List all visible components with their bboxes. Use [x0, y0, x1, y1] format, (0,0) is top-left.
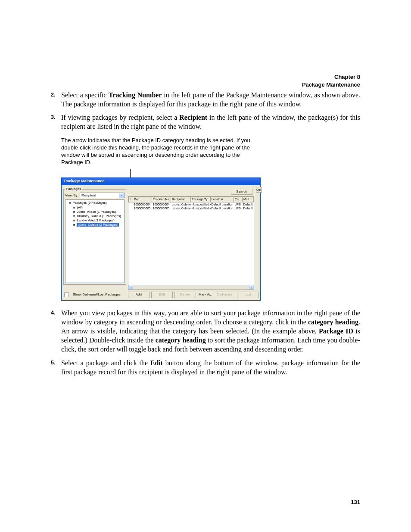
screenshot-window: Package Maintenance Packages View By: Re… — [61, 177, 261, 301]
chevron-down-icon[interactable]: ▾ — [119, 193, 124, 198]
step-number: 5. — [51, 359, 55, 367]
callout-pointer — [130, 169, 204, 177]
show-delivered-checkbox[interactable] — [64, 292, 69, 297]
step-number: 3. — [51, 114, 55, 121]
step-number: 4. — [51, 309, 55, 317]
col-package-id[interactable]: Pac... — [133, 197, 152, 202]
scroll-right-icon[interactable]: ▸ — [249, 285, 254, 289]
edit-button[interactable]: Edit — [151, 292, 173, 298]
step-2: 2. Select a specific Tracking Number in … — [51, 90, 360, 109]
markas-label: Mark As: — [199, 292, 212, 297]
col-location[interactable]: Location — [211, 197, 234, 202]
horizontal-scrollbar[interactable]: ◂ ▸ — [128, 285, 254, 289]
col-mail[interactable]: Mail... — [243, 197, 254, 202]
lost-button[interactable]: Lost — [237, 292, 258, 298]
grid-header-row[interactable]: ! Pac... Tracking No. Recipient Package … — [129, 197, 254, 202]
callout-text: The arrow indicates that the Package ID … — [61, 137, 251, 166]
chapter-label: Chapter 8 — [302, 73, 360, 81]
viewby-label: View By: — [65, 193, 78, 198]
recipient-tree[interactable]: Packages (5 Packages) (All) Jones, Aliso… — [65, 199, 125, 283]
page-number: 131 — [351, 499, 360, 505]
col-tracking[interactable]: Tracking No. — [152, 197, 171, 202]
add-button[interactable]: Add — [128, 292, 149, 298]
search-button[interactable]: Search — [231, 189, 252, 195]
window-titlebar: Package Maintenance — [62, 178, 260, 185]
packages-fieldset: Packages View By: Recipient ▾ Packa — [63, 187, 126, 285]
show-delivered-label: Show Delivered/Lost Packages — [73, 292, 125, 297]
tree-root[interactable]: Packages (5 Packages) — [66, 201, 123, 205]
ok-button[interactable]: OK — [256, 187, 262, 193]
table-row[interactable]: 1000000005 1000000005 Lyons, Colette <Un… — [129, 206, 254, 210]
delete-button[interactable]: Delete — [174, 292, 196, 298]
scroll-left-icon[interactable]: ◂ — [128, 285, 133, 289]
col-alert[interactable]: ! — [129, 197, 133, 202]
col-recipient[interactable]: Recipient — [171, 197, 191, 202]
body-content: 2. Select a specific Tracking Number in … — [51, 90, 360, 376]
step-5: 5. Select a package and click the Edit b… — [51, 358, 360, 376]
page-header: Chapter 8 Package Maintenance — [302, 73, 360, 88]
step-3: 3. If viewing packages by recipient, sel… — [51, 113, 360, 131]
step-number: 2. — [51, 91, 55, 99]
tree-item[interactable]: Killarney, Ronald (1 Packages) — [66, 214, 123, 218]
col-carrier[interactable]: Ca... — [234, 197, 243, 202]
tree-all[interactable]: (All) — [66, 205, 123, 210]
viewby-dropdown[interactable]: Recipient ▾ — [80, 193, 125, 198]
table-row[interactable]: 1000000004 1000000004 Lyons, Colette <Un… — [129, 202, 254, 206]
delivered-button[interactable]: Delivered — [214, 292, 235, 298]
tree-item[interactable]: Landry, Ariel (1 Packages) — [66, 218, 123, 223]
step-4: 4. When you view packages in this way, y… — [51, 308, 360, 354]
chapter-title: Package Maintenance — [302, 81, 360, 89]
col-package-type[interactable]: Package Ty... — [191, 197, 211, 202]
package-grid[interactable]: ! Pac... Tracking No. Recipient Package … — [128, 196, 254, 290]
tree-item[interactable]: Jones, Alison (1 Packages) — [66, 210, 123, 214]
tree-item-selected[interactable]: Lyons, Colette (2 Packages) — [66, 223, 123, 227]
